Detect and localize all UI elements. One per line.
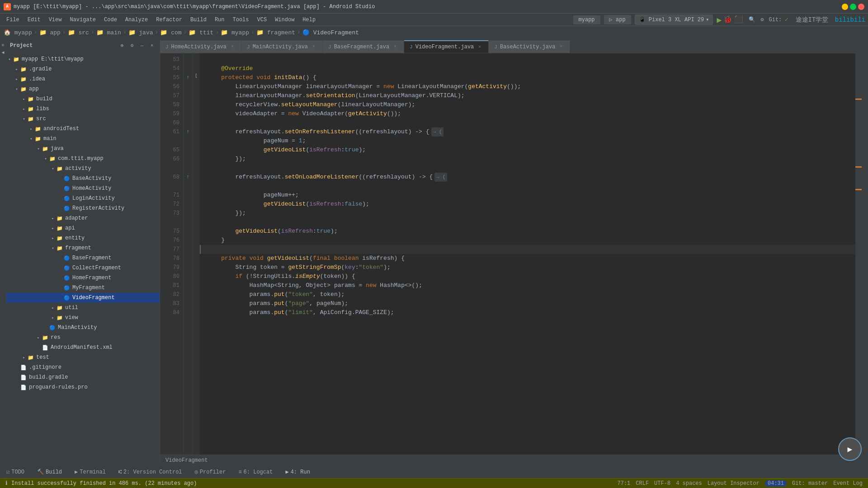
file-tree[interactable]: ▾ 📁 myapp E:\ttit\myapp ▸ 📁 .gradle ▸ 📁 … <box>6 52 160 465</box>
status-eventlog[interactable]: Event Log <box>833 480 863 487</box>
status-inspector[interactable]: Layout Inspector <box>708 480 760 487</box>
panel-collapse-btn[interactable]: — <box>138 42 146 50</box>
tree-item-myapp[interactable]: ▾ 📁 myapp E:\ttit\myapp <box>6 54 160 64</box>
panel-close-btn[interactable]: × <box>148 42 156 50</box>
panel-sync-btn[interactable]: ⊕ <box>118 42 126 50</box>
settings-icon[interactable]: ⚙ <box>759 15 765 24</box>
tab-close-baseactivity[interactable]: × <box>558 44 564 50</box>
tree-item-build[interactable]: ▸ 📁 build <box>6 94 160 104</box>
tree-item-registeractivity[interactable]: ▸ 🔵 RegisterActivity <box>6 203 160 213</box>
override-icon-55[interactable]: ↑ <box>184 73 191 82</box>
tab-videofragment[interactable]: J VideoFragment.java × <box>404 40 489 53</box>
tree-item-adapter[interactable]: ▸ 📁 adapter <box>6 213 160 223</box>
breadcrumb-videofragment[interactable]: 🔵 VideoFragment <box>302 29 359 36</box>
tree-item-activity[interactable]: ▾ 📁 activity <box>6 164 160 174</box>
tree-item-loginactivity[interactable]: ▸ 🔵 LoginActivity <box>6 193 160 203</box>
class-breadcrumb-videofragment[interactable]: VideoFragment <box>165 457 208 464</box>
menu-file[interactable]: File <box>3 15 23 24</box>
tree-item-res[interactable]: ▸ 📁 res <box>6 333 160 343</box>
menu-refactor[interactable]: Refactor <box>152 15 186 24</box>
tool-todo[interactable]: ☑ TODO <box>4 468 27 476</box>
fold-55[interactable]: [ <box>193 71 200 80</box>
tree-item-idea[interactable]: ▸ 📁 .idea <box>6 74 160 84</box>
tree-item-comttit[interactable]: ▾ 📁 com.ttit.myapp <box>6 154 160 164</box>
app-name-selector[interactable]: myapp <box>573 15 600 24</box>
tree-item-entity[interactable]: ▸ 📁 entity <box>6 233 160 243</box>
close-button[interactable] <box>858 4 864 10</box>
code-fold-61[interactable]: → { <box>431 127 444 136</box>
minimize-button[interactable] <box>842 4 848 10</box>
breadcrumb-myapp2[interactable]: 📁 myapp <box>221 29 249 36</box>
tool-profiler[interactable]: ◎ Profiler <box>192 468 229 476</box>
video-widget-button[interactable]: ▶ <box>838 437 862 461</box>
override-icon-61[interactable]: ↑ <box>184 127 191 136</box>
override-icon-68[interactable]: ↑ <box>184 173 191 182</box>
menu-edit[interactable]: Edit <box>24 15 44 24</box>
api-selector[interactable]: 📱 Pixel 3 XL API 29 ▾ <box>635 14 713 25</box>
code-fold-68[interactable]: → { <box>434 173 447 182</box>
tree-item-test[interactable]: ▸ 📁 test <box>6 352 160 362</box>
panel-gear-btn[interactable]: ⚙ <box>128 42 136 50</box>
status-time[interactable]: 04:31 <box>765 480 787 487</box>
tree-item-collectfragment[interactable]: ▸ 🔵 CollectFragment <box>6 263 160 273</box>
tree-item-util[interactable]: ▸ 📁 util <box>6 303 160 313</box>
debug-button[interactable]: 🐞 <box>723 15 732 25</box>
search-icon[interactable]: 🔍 <box>747 15 757 24</box>
tree-item-videofragment[interactable]: ▸ 🔵 VideoFragment <box>6 293 160 303</box>
tool-terminal[interactable]: ▶ Terminal <box>72 468 108 476</box>
tab-homeactivity[interactable]: J HomeActivity.java × <box>160 40 241 53</box>
tab-close-mainactivity[interactable]: × <box>311 44 317 50</box>
breadcrumb-java[interactable]: 📁 java <box>128 29 153 36</box>
menu-vcs[interactable]: VCS <box>254 15 271 24</box>
breadcrumb-app[interactable]: 📁 app <box>39 29 61 36</box>
menu-analyze[interactable]: Analyze <box>122 15 151 24</box>
breadcrumb-src[interactable]: 📁 src <box>68 29 89 36</box>
tab-close-videofragment[interactable]: × <box>476 44 483 50</box>
maximize-button[interactable] <box>850 4 856 10</box>
tree-item-view[interactable]: ▸ 📁 view <box>6 313 160 323</box>
status-git[interactable]: Git: master <box>792 480 828 487</box>
tree-item-fragment[interactable]: ▾ 📁 fragment <box>6 243 160 253</box>
breadcrumb-fragment[interactable]: 📁 fragment <box>256 29 295 36</box>
tool-build[interactable]: 🔨 Build <box>34 468 65 476</box>
menu-tools[interactable]: Tools <box>229 15 253 24</box>
breadcrumb-main[interactable]: 📁 main <box>96 29 121 36</box>
menu-window[interactable]: Window <box>271 15 298 24</box>
tree-item-api[interactable]: ▸ 📁 api <box>6 223 160 233</box>
breadcrumb-myapp[interactable]: 🏠 myapp <box>4 29 32 36</box>
tree-item-homeactivity[interactable]: ▸ 🔵 HomeActivity <box>6 183 160 193</box>
menu-help[interactable]: Help <box>299 15 319 24</box>
tab-basefragment[interactable]: J BaseFragment.java × <box>323 40 404 53</box>
status-position[interactable]: 77:1 <box>617 480 630 487</box>
tree-item-java[interactable]: ▾ 📁 java <box>6 144 160 154</box>
run-button[interactable]: ▶ <box>717 15 722 25</box>
menu-code[interactable]: Code <box>100 15 121 24</box>
tree-item-basefragment[interactable]: ▸ 🔵 BaseFragment <box>6 253 160 263</box>
tab-close-basefragment[interactable]: × <box>392 44 398 50</box>
tool-logcat[interactable]: ≡ 6: Logcat <box>236 468 275 476</box>
code-editor[interactable]: @Override protected void initData() { Li… <box>200 53 855 455</box>
breadcrumb-ttit[interactable]: 📁 ttit <box>189 29 213 36</box>
tree-item-gradle[interactable]: ▸ 📁 .gradle <box>6 64 160 74</box>
tab-baseactivity[interactable]: J BaseActivity.java × <box>489 40 570 53</box>
tool-vcs[interactable]: ⑆ 2: Version Control <box>116 468 185 476</box>
menu-view[interactable]: View <box>45 15 66 24</box>
tree-item-gitignore[interactable]: ▸ 📄 .gitignore <box>6 362 160 372</box>
left-icon-1[interactable]: ≡ <box>0 42 6 48</box>
tab-close-homeactivity[interactable]: × <box>229 44 236 50</box>
tree-item-androidtest[interactable]: ▸ 📁 androidTest <box>6 124 160 134</box>
breadcrumb-com[interactable]: 📁 com <box>160 29 181 36</box>
tree-item-main[interactable]: ▾ 📁 main <box>6 134 160 144</box>
menu-build[interactable]: Build <box>187 15 210 24</box>
status-crlf[interactable]: CRLF <box>636 480 649 487</box>
left-icon-2[interactable]: ◀ <box>0 50 6 55</box>
tab-mainactivity[interactable]: J MainActivity.java × <box>241 40 323 53</box>
device-selector[interactable]: ▷ app <box>604 15 631 24</box>
menu-navigate[interactable]: Navigate <box>66 15 99 24</box>
menu-run[interactable]: Run <box>211 15 228 24</box>
tree-item-mainactivity[interactable]: ▸ 🔵 MainActivity <box>6 323 160 333</box>
tree-item-buildgradle[interactable]: ▸ 📄 build.gradle <box>6 372 160 382</box>
stop-button[interactable]: ⬛ <box>734 15 743 25</box>
tree-item-homefragment[interactable]: ▸ 🔵 HomeFragment <box>6 273 160 283</box>
tree-item-proguard[interactable]: ▸ 📄 proguard-rules.pro <box>6 382 160 392</box>
